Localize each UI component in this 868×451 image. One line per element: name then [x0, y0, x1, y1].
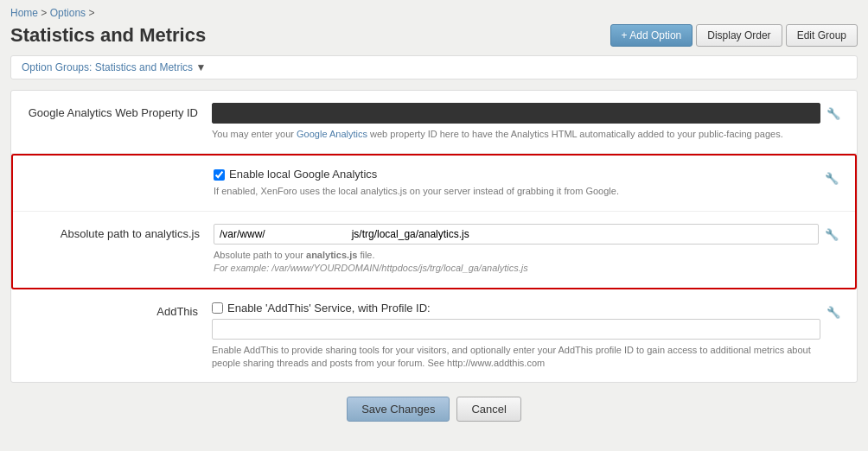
options-container: Google Analytics Web Property ID You may…: [10, 90, 858, 383]
addthis-edit-icon[interactable]: [820, 302, 846, 319]
breadcrumb-options[interactable]: Options: [50, 7, 86, 19]
page-wrapper: Home > Options > Statistics and Metrics …: [0, 0, 868, 451]
edit-group-button[interactable]: Edit Group: [786, 24, 858, 47]
addthis-row: AddThis Enable 'AddThis' Service, with P…: [11, 289, 857, 383]
page-header: Statistics and Metrics + Add Option Disp…: [10, 24, 858, 47]
google-analytics-link[interactable]: Google Analytics: [297, 129, 367, 139]
analytics-path-hint: Absolute path to your analytics.js file.…: [214, 249, 819, 276]
enable-local-analytics-hint: If enabled, XenForo uses the local analy…: [214, 185, 819, 198]
google-analytics-hint: You may enter your Google Analytics web …: [212, 128, 820, 141]
cancel-button[interactable]: Cancel: [456, 397, 520, 422]
addthis-content: Enable 'AddThis' Service, with Profile I…: [212, 302, 820, 371]
analytics-path-label: Absolute path to analytics.js: [23, 224, 214, 240]
page-title: Statistics and Metrics: [10, 24, 206, 47]
enable-local-analytics-checkbox[interactable]: [214, 169, 225, 181]
google-analytics-row: Google Analytics Web Property ID You may…: [11, 91, 857, 154]
breadcrumb: Home > Options >: [10, 7, 858, 19]
enable-local-analytics-check-label: Enable local Google Analytics: [229, 168, 377, 181]
display-order-button[interactable]: Display Order: [696, 24, 782, 47]
option-group-label: Option Groups:: [22, 61, 92, 73]
footer-buttons: Save Changes Cancel: [10, 397, 858, 422]
highlighted-section: Enable local Google Analytics If enabled…: [11, 154, 857, 289]
addthis-check-row: Enable 'AddThis' Service, with Profile I…: [212, 302, 820, 314]
enable-local-analytics-label: [23, 168, 214, 171]
analytics-path-hint-line2: For example: /var/www/YOURDOMAIN/httpdoc…: [214, 263, 528, 273]
save-changes-button[interactable]: Save Changes: [347, 397, 450, 422]
add-option-button[interactable]: + Add Option: [610, 24, 693, 47]
google-analytics-content: You may enter your Google Analytics web …: [212, 103, 820, 141]
addthis-check-label: Enable 'AddThis' Service, with Profile I…: [227, 302, 431, 314]
option-group-bar: Option Groups: Statistics and Metrics ▼: [10, 55, 858, 79]
google-analytics-edit-icon[interactable]: [820, 103, 846, 120]
local-analytics-edit-icon[interactable]: [819, 168, 845, 185]
enable-local-analytics-content: Enable local Google Analytics If enabled…: [214, 168, 819, 198]
breadcrumb-sep2: >: [88, 7, 94, 19]
google-analytics-label: Google Analytics Web Property ID: [22, 103, 212, 119]
enable-local-analytics-check-row: Enable local Google Analytics: [214, 168, 819, 181]
analytics-path-hint-line1: Absolute path to your analytics.js file.: [214, 250, 375, 260]
breadcrumb-home[interactable]: Home: [10, 7, 38, 19]
analytics-path-input[interactable]: [214, 224, 819, 245]
google-analytics-input[interactable]: [212, 103, 820, 124]
analytics-path-edit-icon[interactable]: [819, 224, 845, 241]
enable-local-analytics-row: Enable local Google Analytics If enabled…: [13, 156, 855, 211]
addthis-hint: Enable AddThis to provide sharing tools …: [212, 344, 820, 371]
addthis-profile-input[interactable]: [212, 319, 820, 340]
addthis-checkbox[interactable]: [212, 302, 223, 314]
breadcrumb-sep1: >: [41, 7, 47, 19]
analytics-path-content: Absolute path to your analytics.js file.…: [214, 224, 819, 276]
option-group-value[interactable]: Statistics and Metrics: [95, 61, 193, 73]
header-buttons: + Add Option Display Order Edit Group: [610, 24, 858, 47]
analytics-path-row: Absolute path to analytics.js Absolute p…: [13, 212, 855, 288]
addthis-label: AddThis: [22, 302, 212, 318]
